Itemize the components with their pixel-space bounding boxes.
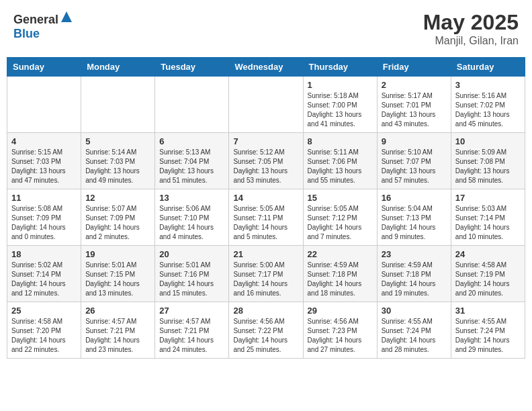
calendar-cell xyxy=(81,77,155,133)
day-number: 23 xyxy=(382,249,447,259)
day-number: 26 xyxy=(85,306,150,316)
day-number: 12 xyxy=(85,193,150,203)
calendar-cell: 12Sunrise: 5:07 AMSunset: 7:09 PMDayligh… xyxy=(81,189,155,246)
day-number: 25 xyxy=(11,306,77,316)
calendar-cell: 14Sunrise: 5:05 AMSunset: 7:11 PMDayligh… xyxy=(229,189,303,246)
calendar-cell: 28Sunrise: 4:56 AMSunset: 7:22 PMDayligh… xyxy=(229,302,303,359)
day-detail: Sunrise: 5:01 AMSunset: 7:15 PMDaylight:… xyxy=(85,261,150,298)
day-number: 5 xyxy=(85,136,150,146)
day-detail: Sunrise: 5:02 AMSunset: 7:14 PMDaylight:… xyxy=(11,261,77,298)
calendar-cell: 3Sunrise: 5:16 AMSunset: 7:02 PMDaylight… xyxy=(451,77,525,133)
day-number: 13 xyxy=(159,193,224,203)
title-block: May 2025 Manjil, Gilan, Iran xyxy=(423,10,519,47)
calendar-cell: 20Sunrise: 5:01 AMSunset: 7:16 PMDayligh… xyxy=(155,246,229,302)
calendar-week-row: 4Sunrise: 5:15 AMSunset: 7:03 PMDaylight… xyxy=(7,133,525,189)
day-number: 7 xyxy=(233,136,298,146)
day-number: 11 xyxy=(11,193,77,203)
day-detail: Sunrise: 5:10 AMSunset: 7:07 PMDaylight:… xyxy=(382,148,447,185)
location-title: Manjil, Gilan, Iran xyxy=(423,35,519,47)
calendar-week-row: 18Sunrise: 5:02 AMSunset: 7:14 PMDayligh… xyxy=(7,246,525,302)
day-detail: Sunrise: 5:11 AMSunset: 7:06 PMDaylight:… xyxy=(308,148,373,185)
day-number: 9 xyxy=(382,136,447,146)
day-number: 19 xyxy=(85,249,150,259)
day-detail: Sunrise: 4:56 AMSunset: 7:23 PMDaylight:… xyxy=(308,317,373,355)
calendar-cell: 18Sunrise: 5:02 AMSunset: 7:14 PMDayligh… xyxy=(7,246,81,302)
calendar-cell: 7Sunrise: 5:12 AMSunset: 7:05 PMDaylight… xyxy=(229,133,303,189)
calendar-cell: 6Sunrise: 5:13 AMSunset: 7:04 PMDaylight… xyxy=(155,133,229,189)
calendar-cell: 22Sunrise: 4:59 AMSunset: 7:18 PMDayligh… xyxy=(303,246,377,302)
day-number: 17 xyxy=(455,193,521,203)
day-number: 30 xyxy=(382,306,447,316)
day-number: 6 xyxy=(159,136,224,146)
calendar-cell: 11Sunrise: 5:08 AMSunset: 7:09 PMDayligh… xyxy=(7,189,81,246)
day-detail: Sunrise: 5:01 AMSunset: 7:16 PMDaylight:… xyxy=(159,261,224,298)
day-detail: Sunrise: 5:06 AMSunset: 7:10 PMDaylight:… xyxy=(159,204,224,242)
calendar-cell: 10Sunrise: 5:09 AMSunset: 7:08 PMDayligh… xyxy=(451,133,525,189)
day-detail: Sunrise: 4:57 AMSunset: 7:21 PMDaylight:… xyxy=(85,317,150,355)
svg-marker-0 xyxy=(61,11,72,22)
day-detail: Sunrise: 4:59 AMSunset: 7:18 PMDaylight:… xyxy=(308,261,373,298)
day-of-week-header: Friday xyxy=(377,58,451,77)
day-detail: Sunrise: 5:15 AMSunset: 7:03 PMDaylight:… xyxy=(11,148,77,185)
day-detail: Sunrise: 5:14 AMSunset: 7:03 PMDaylight:… xyxy=(85,148,150,185)
day-of-week-header: Monday xyxy=(81,58,155,77)
day-number: 21 xyxy=(233,249,298,259)
calendar-cell: 17Sunrise: 5:03 AMSunset: 7:14 PMDayligh… xyxy=(451,189,525,246)
day-detail: Sunrise: 4:57 AMSunset: 7:21 PMDaylight:… xyxy=(159,317,224,355)
day-number: 31 xyxy=(455,306,521,316)
calendar-cell xyxy=(229,77,303,133)
day-detail: Sunrise: 4:58 AMSunset: 7:20 PMDaylight:… xyxy=(11,317,77,355)
day-detail: Sunrise: 5:03 AMSunset: 7:14 PMDaylight:… xyxy=(455,204,521,242)
day-of-week-header: Wednesday xyxy=(229,58,303,77)
day-detail: Sunrise: 5:18 AMSunset: 7:00 PMDaylight:… xyxy=(308,91,373,129)
calendar-cell xyxy=(155,77,229,133)
calendar-cell: 2Sunrise: 5:17 AMSunset: 7:01 PMDaylight… xyxy=(377,77,451,133)
calendar-cell: 23Sunrise: 4:59 AMSunset: 7:18 PMDayligh… xyxy=(377,246,451,302)
calendar-cell: 29Sunrise: 4:56 AMSunset: 7:23 PMDayligh… xyxy=(303,302,377,359)
day-number: 4 xyxy=(11,136,77,146)
calendar-table: SundayMondayTuesdayWednesdayThursdayFrid… xyxy=(7,57,525,359)
day-detail: Sunrise: 5:05 AMSunset: 7:12 PMDaylight:… xyxy=(308,204,373,242)
calendar-cell: 16Sunrise: 5:04 AMSunset: 7:13 PMDayligh… xyxy=(377,189,451,246)
day-detail: Sunrise: 5:17 AMSunset: 7:01 PMDaylight:… xyxy=(382,91,447,129)
day-of-week-header: Sunday xyxy=(7,58,81,77)
day-number: 22 xyxy=(308,249,373,259)
calendar-cell: 25Sunrise: 4:58 AMSunset: 7:20 PMDayligh… xyxy=(7,302,81,359)
calendar-cell: 9Sunrise: 5:10 AMSunset: 7:07 PMDaylight… xyxy=(377,133,451,189)
day-detail: Sunrise: 5:09 AMSunset: 7:08 PMDaylight:… xyxy=(455,148,521,185)
day-of-week-header: Tuesday xyxy=(155,58,229,77)
day-number: 2 xyxy=(382,80,447,90)
calendar-week-row: 11Sunrise: 5:08 AMSunset: 7:09 PMDayligh… xyxy=(7,189,525,246)
logo-text-general: General xyxy=(13,13,58,26)
day-detail: Sunrise: 4:59 AMSunset: 7:18 PMDaylight:… xyxy=(382,261,447,298)
calendar-cell: 19Sunrise: 5:01 AMSunset: 7:15 PMDayligh… xyxy=(81,246,155,302)
day-detail: Sunrise: 4:58 AMSunset: 7:19 PMDaylight:… xyxy=(455,261,521,298)
day-of-week-header: Thursday xyxy=(303,58,377,77)
day-number: 1 xyxy=(308,80,373,90)
day-detail: Sunrise: 5:07 AMSunset: 7:09 PMDaylight:… xyxy=(85,204,150,242)
page-header: General Blue May 2025 Manjil, Gilan, Ira… xyxy=(7,7,525,50)
calendar-week-row: 25Sunrise: 4:58 AMSunset: 7:20 PMDayligh… xyxy=(7,302,525,359)
day-number: 8 xyxy=(308,136,373,146)
day-of-week-header: Saturday xyxy=(451,58,525,77)
day-number: 27 xyxy=(159,306,224,316)
calendar-cell: 5Sunrise: 5:14 AMSunset: 7:03 PMDaylight… xyxy=(81,133,155,189)
day-detail: Sunrise: 5:13 AMSunset: 7:04 PMDaylight:… xyxy=(159,148,224,185)
calendar-cell: 30Sunrise: 4:55 AMSunset: 7:24 PMDayligh… xyxy=(377,302,451,359)
day-detail: Sunrise: 5:12 AMSunset: 7:05 PMDaylight:… xyxy=(233,148,298,185)
day-number: 28 xyxy=(233,306,298,316)
day-number: 16 xyxy=(382,193,447,203)
day-number: 18 xyxy=(11,249,77,259)
calendar-cell: 31Sunrise: 4:55 AMSunset: 7:24 PMDayligh… xyxy=(451,302,525,359)
day-detail: Sunrise: 5:00 AMSunset: 7:17 PMDaylight:… xyxy=(233,261,298,298)
day-number: 24 xyxy=(455,249,521,259)
calendar-cell: 26Sunrise: 4:57 AMSunset: 7:21 PMDayligh… xyxy=(81,302,155,359)
day-number: 20 xyxy=(159,249,224,259)
month-title: May 2025 xyxy=(423,10,519,35)
day-detail: Sunrise: 5:08 AMSunset: 7:09 PMDaylight:… xyxy=(11,204,77,242)
logo: General Blue xyxy=(13,10,73,41)
day-number: 15 xyxy=(308,193,373,203)
calendar-cell: 27Sunrise: 4:57 AMSunset: 7:21 PMDayligh… xyxy=(155,302,229,359)
calendar-cell: 15Sunrise: 5:05 AMSunset: 7:12 PMDayligh… xyxy=(303,189,377,246)
calendar-cell: 21Sunrise: 5:00 AMSunset: 7:17 PMDayligh… xyxy=(229,246,303,302)
